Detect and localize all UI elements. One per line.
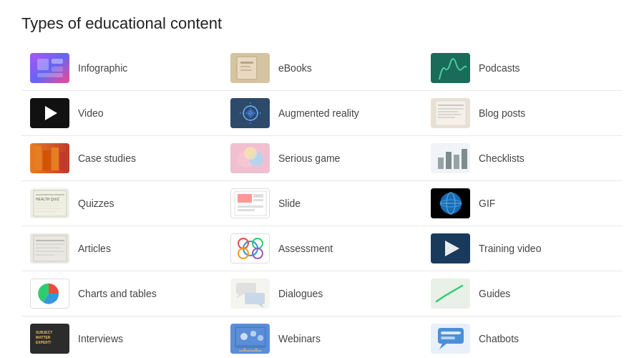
svg-rect-32 [454, 155, 459, 169]
svg-rect-82 [441, 332, 461, 334]
label-video: Video [78, 107, 104, 119]
svg-rect-51 [34, 236, 67, 261]
label-assessment: Assessment [278, 243, 333, 254]
item-interviews[interactable]: SUBJECTMATTEREXPERT!Interviews [21, 316, 222, 358]
content-grid: InfographiceBooksPodcastsVideoAugmented … [21, 46, 623, 358]
svg-rect-81 [438, 328, 464, 344]
thumb-gif [431, 188, 470, 218]
svg-rect-7 [240, 62, 253, 64]
item-checklists[interactable]: Checklists [422, 136, 623, 181]
svg-rect-3 [52, 67, 63, 72]
svg-rect-1 [37, 59, 49, 70]
thumb-articles [30, 233, 69, 263]
svg-rect-17 [436, 101, 466, 125]
svg-rect-26 [60, 152, 66, 170]
svg-point-77 [258, 335, 263, 341]
thumb-slide [230, 188, 270, 218]
item-dialogues[interactable]: Dialogues [222, 271, 422, 316]
item-case-studies[interactable]: Case studies [21, 136, 222, 181]
label-podcasts: Podcasts [479, 62, 520, 74]
item-gif[interactable]: GIF [422, 181, 623, 226]
svg-marker-11 [45, 106, 57, 120]
thumb-dialogues [230, 279, 270, 309]
label-webinars: Webinars [278, 333, 321, 344]
svg-rect-23 [34, 146, 42, 170]
svg-rect-34 [34, 190, 67, 216]
svg-marker-66 [236, 294, 243, 299]
item-video[interactable]: Video [21, 91, 222, 136]
item-slide[interactable]: Slide [222, 181, 422, 226]
svg-rect-25 [52, 147, 59, 170]
svg-rect-9 [240, 69, 252, 71]
thumb-training [431, 233, 470, 263]
thumb-case-studies [30, 143, 69, 173]
svg-rect-6 [238, 57, 256, 79]
item-ebooks[interactable]: eBooks [222, 46, 422, 91]
thumb-checklists [431, 143, 470, 173]
svg-rect-33 [462, 149, 467, 169]
svg-rect-65 [236, 283, 256, 294]
item-chatbots[interactable]: Chatbots [422, 316, 623, 358]
label-charts: Charts and tables [78, 288, 157, 299]
item-webinars[interactable]: Webinars [222, 316, 422, 358]
item-ar[interactable]: Augmented reality [222, 91, 422, 136]
svg-rect-83 [441, 337, 455, 339]
svg-rect-8 [240, 66, 250, 67]
svg-text:SUBJECT: SUBJECT [36, 330, 52, 334]
thumb-ar [230, 98, 270, 128]
thumb-assessment [230, 233, 270, 263]
item-quizzes[interactable]: HEALTH QUIZQuizzes [21, 181, 222, 226]
thumb-interviews: SUBJECTMATTEREXPERT! [30, 324, 69, 354]
thumb-serious [230, 143, 270, 173]
svg-point-14 [247, 110, 254, 117]
thumb-ebooks [230, 53, 270, 83]
label-slide: Slide [278, 198, 301, 209]
thumb-quizzes: HEALTH QUIZ [30, 188, 69, 218]
label-checklists: Checklists [479, 153, 525, 164]
thumb-podcasts [431, 53, 470, 83]
svg-rect-67 [245, 293, 265, 304]
svg-marker-68 [258, 304, 265, 307]
label-interviews: Interviews [78, 333, 123, 344]
svg-rect-44 [253, 199, 263, 201]
item-articles[interactable]: Articles [21, 226, 222, 271]
thumb-video [30, 98, 69, 128]
thumb-guides [431, 279, 470, 309]
svg-text:HEALTH QUIZ: HEALTH QUIZ [36, 197, 59, 201]
svg-rect-45 [238, 205, 263, 208]
label-infographic: Infographic [78, 62, 127, 74]
thumb-chatbots [431, 324, 470, 354]
page-title: Types of educational content [21, 14, 623, 33]
item-blog[interactable]: Blog posts [422, 91, 623, 136]
svg-rect-4 [37, 73, 63, 77]
svg-text:MATTER: MATTER [36, 335, 51, 339]
item-charts[interactable]: Charts and tables [21, 271, 222, 316]
svg-marker-84 [439, 344, 447, 349]
item-podcasts[interactable]: Podcasts [422, 46, 623, 91]
item-guides[interactable]: Guides [422, 271, 623, 316]
item-infographic[interactable]: Infographic [21, 46, 222, 91]
label-case-studies: Case studies [78, 153, 136, 164]
svg-rect-30 [438, 158, 444, 169]
svg-point-76 [250, 331, 256, 337]
thumb-blog [431, 98, 470, 128]
item-serious[interactable]: Serious game [222, 136, 422, 181]
svg-rect-31 [446, 152, 452, 169]
item-training[interactable]: Training video [422, 226, 623, 271]
label-dialogues: Dialogues [278, 288, 323, 299]
label-guides: Guides [479, 288, 510, 299]
svg-rect-24 [43, 150, 50, 170]
item-assessment[interactable]: Assessment [222, 226, 422, 271]
thumb-webinars [230, 324, 270, 354]
svg-point-29 [244, 147, 257, 160]
label-articles: Articles [78, 243, 111, 254]
svg-point-75 [240, 333, 248, 340]
label-ar: Augmented reality [278, 107, 359, 119]
label-blog: Blog posts [479, 107, 525, 119]
label-ebooks: eBooks [278, 62, 312, 74]
thumb-charts [30, 279, 69, 309]
label-chatbots: Chatbots [479, 333, 519, 344]
svg-text:EXPERT!: EXPERT! [36, 340, 52, 344]
svg-rect-42 [238, 194, 252, 203]
label-serious: Serious game [278, 153, 340, 164]
